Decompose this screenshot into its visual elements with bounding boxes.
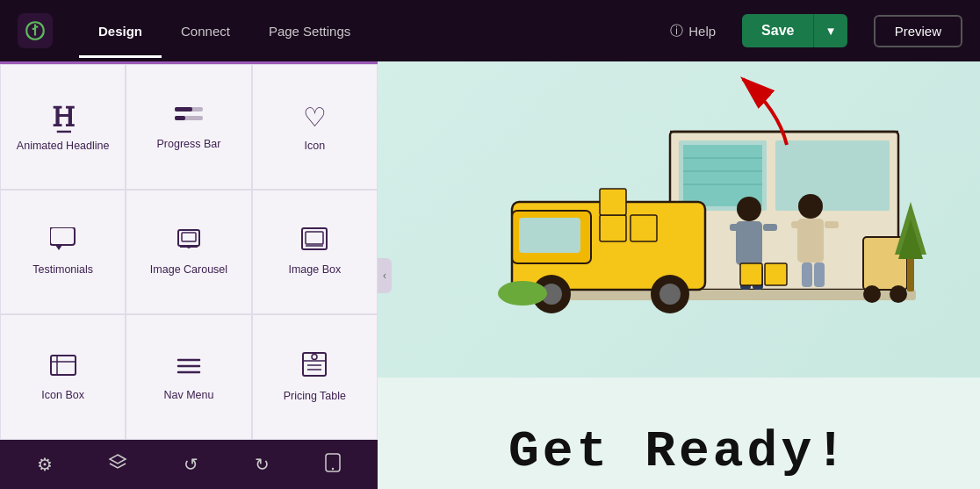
logo-icon [24, 19, 47, 42]
svg-rect-55 [763, 224, 777, 231]
svg-rect-63 [814, 262, 825, 287]
svg-rect-11 [306, 232, 323, 244]
top-nav: Design Connect Page Settings ⓘ Help Save… [0, 0, 980, 61]
image-box-icon [301, 227, 328, 256]
svg-rect-46 [600, 215, 626, 241]
svg-rect-4 [50, 227, 75, 245]
icon-widget-icon: ♡ [303, 102, 327, 133]
widget-image-box-label: Image Box [288, 263, 341, 276]
canvas-bottom-text: Get Ready! [378, 423, 980, 480]
delivery-illustration [424, 79, 933, 360]
svg-point-26 [332, 467, 334, 469]
widget-animated-headline-label: Animated Headline [17, 140, 110, 152]
widget-icon-label: Icon [305, 140, 326, 152]
widget-nav-menu[interactable]: Nav Menu [126, 314, 251, 440]
svg-point-51 [890, 285, 907, 303]
settings-icon[interactable]: ⚙ [32, 449, 58, 480]
svg-rect-3 [175, 116, 185, 120]
svg-rect-60 [791, 221, 805, 228]
illustration-area [378, 61, 980, 378]
widget-pricing-table[interactable]: Pricing Table [252, 314, 378, 440]
svg-rect-48 [600, 189, 626, 215]
svg-point-58 [798, 194, 823, 219]
widget-pricing-table-label: Pricing Table [284, 390, 346, 402]
sidebar-collapse-button[interactable]: ‹ [378, 258, 392, 293]
mobile-view-icon[interactable] [320, 448, 346, 482]
svg-rect-65 [765, 263, 787, 285]
widget-animated-headline[interactable]: H̲ Animated Headline [0, 64, 126, 190]
help-button[interactable]: ⓘ Help [670, 23, 716, 40]
nav-menu-icon [177, 354, 201, 382]
svg-rect-62 [802, 262, 812, 287]
svg-point-52 [737, 197, 761, 221]
svg-rect-64 [740, 263, 762, 285]
svg-rect-7 [182, 233, 196, 241]
sidebar: H̲ Animated Headline Progress Bar ♡ Icon [0, 61, 378, 489]
logo [18, 13, 53, 48]
svg-point-45 [659, 284, 681, 305]
sidebar-bottom-toolbar: ⚙ ↺ ↻ [0, 440, 378, 489]
svg-marker-5 [55, 245, 62, 250]
nav-tabs: Design Connect Page Settings [79, 17, 370, 46]
svg-rect-36 [512, 290, 916, 300]
icon-box-icon [50, 354, 76, 382]
help-circle-icon: ⓘ [670, 23, 683, 40]
layers-icon[interactable] [103, 448, 133, 482]
tab-design[interactable]: Design [79, 17, 162, 46]
widget-testimonials[interactable]: Testimonials [0, 190, 126, 315]
svg-rect-47 [631, 215, 657, 241]
undo-icon[interactable]: ↺ [178, 449, 204, 480]
testimonials-icon [50, 227, 76, 256]
main-layout: H̲ Animated Headline Progress Bar ♡ Icon [0, 61, 980, 489]
canvas-area: Get Ready! [378, 61, 980, 489]
preview-button[interactable]: Preview [874, 15, 962, 47]
tab-connect[interactable]: Connect [162, 17, 249, 46]
save-dropdown-button[interactable]: ▼ [813, 14, 847, 47]
svg-rect-19 [303, 353, 326, 376]
widget-icon[interactable]: ♡ Icon [252, 64, 378, 190]
svg-rect-61 [825, 221, 839, 228]
progress-bar-icon [175, 103, 203, 131]
svg-rect-29 [775, 140, 890, 211]
widget-image-carousel-label: Image Carousel [150, 263, 227, 276]
widget-progress-bar-label: Progress Bar [157, 138, 221, 150]
svg-point-69 [498, 281, 547, 306]
widget-progress-bar[interactable]: Progress Bar [126, 64, 251, 190]
save-button-group: Save ▼ [742, 14, 847, 47]
svg-point-9 [187, 245, 191, 248]
svg-point-21 [312, 355, 317, 360]
image-carousel-icon [175, 227, 203, 256]
svg-point-50 [863, 285, 881, 303]
svg-rect-13 [51, 356, 76, 375]
save-button[interactable]: Save [742, 14, 813, 47]
svg-rect-1 [175, 107, 192, 111]
widget-grid: H̲ Animated Headline Progress Bar ♡ Icon [0, 61, 378, 440]
svg-rect-39 [519, 218, 580, 253]
svg-rect-66 [907, 255, 914, 291]
svg-rect-54 [730, 224, 744, 231]
widget-nav-menu-label: Nav Menu [164, 389, 214, 401]
widget-icon-box-label: Icon Box [41, 389, 84, 401]
tab-page-settings[interactable]: Page Settings [249, 17, 370, 46]
widget-testimonials-label: Testimonials [32, 263, 93, 276]
widget-icon-box[interactable]: Icon Box [0, 314, 126, 440]
animated-headline-icon: H̲ [52, 102, 74, 133]
pricing-table-icon [302, 352, 327, 383]
widget-image-box[interactable]: Image Box [252, 190, 378, 315]
widget-image-carousel[interactable]: Image Carousel [126, 190, 251, 315]
redo-icon[interactable]: ↻ [249, 449, 275, 480]
svg-marker-24 [110, 455, 126, 464]
